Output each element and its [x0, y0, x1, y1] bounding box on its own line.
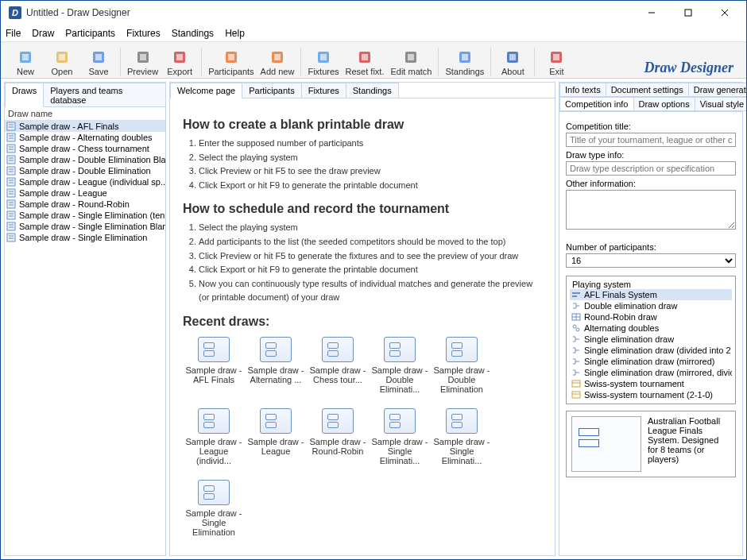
tab-welcome[interactable]: Welcome page: [170, 83, 242, 98]
close-button[interactable]: [706, 1, 743, 25]
recent-draw-item[interactable]: Sample draw - Double Eliminati...: [369, 337, 431, 394]
tab-document-settings[interactable]: Document settings: [606, 83, 689, 97]
svg-rect-38: [7, 145, 15, 153]
draw-list-item[interactable]: Sample draw - AFL Finals: [5, 121, 165, 132]
playing-system-icon: [571, 291, 581, 299]
svg-rect-62: [7, 234, 15, 241]
toolbar-exit-button[interactable]: Exit: [541, 49, 571, 76]
playing-system-item[interactable]: Alternating doubles: [570, 322, 732, 334]
other-info-input[interactable]: [566, 190, 736, 230]
fixtures-icon: [315, 49, 331, 65]
playing-system-item[interactable]: Single elimination draw (divided into 2 …: [570, 345, 732, 356]
minimize-button[interactable]: [633, 1, 670, 25]
toolbar-standings-button[interactable]: Standings: [445, 49, 484, 76]
tab-draws[interactable]: Draws: [5, 83, 44, 107]
toolbar-add-new-button[interactable]: Add new: [261, 49, 295, 76]
playing-system-item[interactable]: Swiss-system tournament (2-1-0): [570, 389, 732, 400]
edit-match-icon: [403, 49, 419, 65]
draw-list-item[interactable]: Sample draw - League: [5, 187, 165, 199]
draw-list-item[interactable]: Sample draw - Single Elimination Blank: [5, 221, 165, 232]
toolbar-about-button[interactable]: About: [497, 49, 528, 76]
tab-fixtures[interactable]: Fixtures: [301, 83, 346, 98]
menu-draw[interactable]: Draw: [32, 28, 54, 39]
playing-system-icon: [571, 302, 581, 310]
toolbar-participants-button[interactable]: Participants: [208, 49, 254, 76]
recent-draw-item[interactable]: Sample draw - Single Elimination: [183, 480, 245, 537]
draw-list-item[interactable]: Sample draw - Single Elimination (ten...: [5, 210, 165, 221]
toolbar-preview-button[interactable]: Preview: [127, 49, 158, 76]
tab-info-texts[interactable]: Info texts: [559, 83, 606, 97]
draw-list-item[interactable]: Sample draw - Double Elimination Blank: [5, 154, 165, 165]
svg-point-71: [576, 328, 579, 331]
menu-participants[interactable]: Participants: [65, 28, 115, 39]
recent-draw-item[interactable]: Sample draw - Single Eliminati...: [431, 408, 493, 465]
menu-help[interactable]: Help: [225, 28, 245, 39]
recent-draw-item[interactable]: Sample draw - Double Elimination: [431, 337, 493, 394]
menu-fixtures[interactable]: Fixtures: [126, 28, 161, 39]
svg-rect-65: [572, 292, 580, 294]
svg-rect-66: [572, 295, 577, 297]
section1-title: How to create a blank printable draw: [183, 118, 542, 132]
toolbar-export-button[interactable]: Export: [164, 49, 195, 76]
playing-system-item[interactable]: AFL Finals System: [570, 289, 732, 300]
draw-list-item[interactable]: Sample draw - Round-Robin: [5, 199, 165, 210]
draw-type-input[interactable]: [566, 161, 736, 176]
tab-visual-style[interactable]: Visual style: [695, 97, 746, 111]
draw-thumbnail-icon: [322, 408, 354, 434]
draw-list-item[interactable]: Sample draw - Alternating doubles: [5, 132, 165, 143]
toolbar-open-button[interactable]: Open: [47, 49, 77, 76]
tab-competition-info[interactable]: Competition info: [559, 97, 634, 111]
app-icon: D: [9, 6, 21, 19]
toolbar-new-button[interactable]: New: [10, 49, 41, 76]
draw-file-icon: [6, 222, 16, 231]
toolbar-save-button[interactable]: Save: [83, 49, 114, 76]
svg-text:D: D: [12, 8, 18, 17]
draw-thumbnail-icon: [260, 337, 292, 362]
recent-draw-item[interactable]: Sample draw - Chess tour...: [307, 337, 369, 394]
save-icon: [91, 49, 106, 65]
toolbar-reset-fixt--button[interactable]: Reset fixt.: [346, 49, 385, 76]
menu-standings[interactable]: Standings: [172, 28, 214, 39]
draw-list-item[interactable]: Sample draw - Single Elimination: [5, 232, 165, 243]
draw-thumbnail-icon: [198, 480, 230, 505]
svg-rect-47: [7, 178, 15, 186]
svg-rect-32: [7, 122, 15, 130]
menu-file[interactable]: File: [6, 28, 21, 39]
recent-draw-item[interactable]: Sample draw - Round-Robin: [307, 408, 369, 465]
recent-draw-item[interactable]: Sample draw - AFL Finals: [183, 337, 245, 394]
draw-thumbnail-icon: [384, 408, 416, 434]
recent-draw-item[interactable]: Sample draw - Alternating ...: [245, 337, 307, 394]
svg-rect-21: [320, 54, 327, 60]
svg-rect-11: [95, 54, 102, 60]
playing-system-icon: [571, 346, 581, 354]
draw-file-icon: [6, 155, 16, 164]
num-participants-select[interactable]: 16: [566, 253, 736, 268]
instruction-step: Click Preview or hit F5 to see the draw …: [199, 164, 542, 179]
competition-title-input[interactable]: [566, 133, 736, 147]
recent-draw-item[interactable]: Sample draw - League: [245, 408, 307, 465]
playing-system-item[interactable]: Single elimination draw: [570, 334, 732, 345]
playing-system-item[interactable]: Single elimination draw (mirrored, divid…: [570, 367, 732, 378]
playing-system-item[interactable]: Single elimination draw (mirrored): [570, 356, 732, 367]
playing-system-legend: Playing system: [570, 280, 633, 289]
tab-players-db[interactable]: Players and teams database: [43, 83, 166, 107]
playing-system-item[interactable]: Double elimination draw: [570, 300, 732, 311]
maximize-button[interactable]: [670, 1, 706, 25]
draw-list-item[interactable]: Sample draw - League (individual sp...: [5, 176, 165, 187]
draw-list-item[interactable]: Sample draw - Double Elimination: [5, 165, 165, 176]
draw-file-icon: [6, 199, 16, 209]
recent-draw-item[interactable]: Sample draw - Single Eliminati...: [369, 408, 431, 465]
toolbar-edit-match-button[interactable]: Edit match: [390, 49, 432, 76]
draw-list-item[interactable]: Sample draw - Chess tournament: [5, 143, 165, 154]
tab-draw-gen-log[interactable]: Draw generation log: [688, 83, 746, 97]
svg-rect-3: [685, 10, 691, 16]
recent-draw-item[interactable]: Sample draw - League (individ...: [183, 408, 245, 465]
playing-system-item[interactable]: Swiss-system tournament: [570, 378, 732, 389]
tab-draw-options[interactable]: Draw options: [633, 97, 695, 111]
tab-participants[interactable]: Participants: [242, 83, 301, 98]
label-num-participants: Number of participants:: [566, 242, 736, 252]
tab-standings[interactable]: Standings: [346, 83, 399, 98]
toolbar-fixtures-button[interactable]: Fixtures: [308, 49, 339, 76]
new-icon: [17, 49, 33, 65]
playing-system-item[interactable]: Round-Robin draw: [570, 311, 732, 322]
